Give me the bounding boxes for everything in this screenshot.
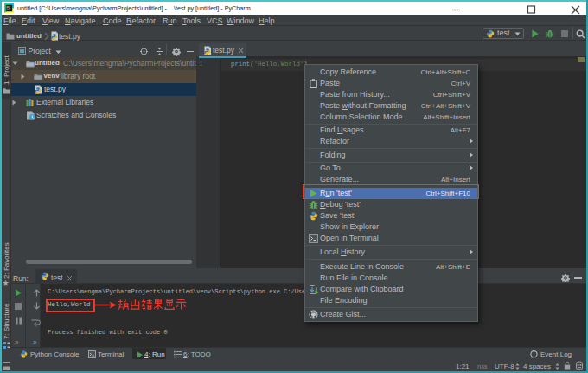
svg-text:PC: PC [7, 6, 11, 10]
